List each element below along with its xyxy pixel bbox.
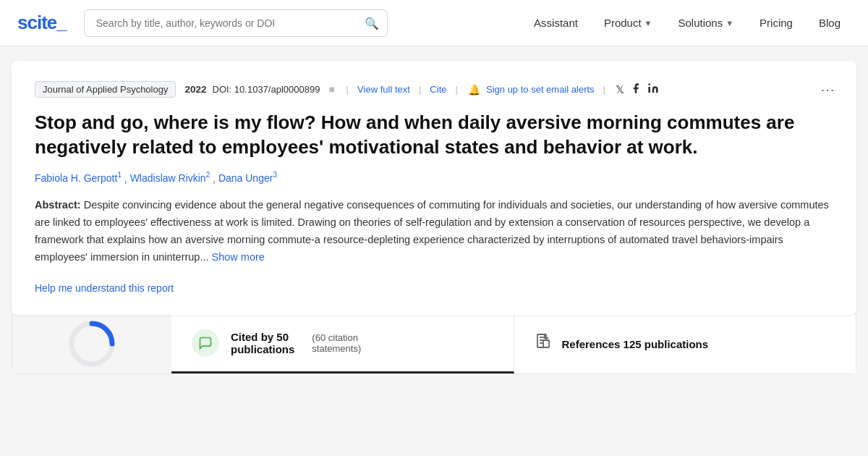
cite-link[interactable]: Cite [430, 84, 446, 95]
citation-count-text: (60 citation statements) [312, 332, 361, 354]
search-icon: 🔍 [365, 16, 379, 30]
article-doi: DOI: 10.1037/apl0000899 [213, 84, 320, 95]
meta-row: Journal of Applied Psychology 2022 DOI: … [35, 81, 833, 98]
more-options-button[interactable]: ⋯ [820, 81, 836, 98]
stats-section: Cited by 50 publications (60 citation st… [12, 315, 856, 374]
bell-icon: 🔔 [468, 84, 480, 96]
loading-spinner [67, 318, 117, 369]
article-year: 2022 [184, 84, 206, 95]
spinner-area [12, 315, 171, 373]
chevron-down-icon: ▼ [726, 19, 733, 28]
social-icons: 𝕏 [616, 83, 659, 96]
document-icon [535, 333, 552, 350]
chevron-down-icon: ▼ [644, 19, 652, 28]
sign-up-alert-link[interactable]: Sign up to set email alerts [486, 84, 595, 95]
abstract-text: Despite convincing evidence about the ge… [35, 199, 829, 263]
cited-by-main: Cited by 50 publications [231, 331, 294, 355]
search-input[interactable] [84, 9, 388, 37]
separator2: | [346, 84, 349, 95]
nav-item-product[interactable]: Product ▼ [594, 11, 663, 35]
cited-by-text: Cited by 50 publications [231, 331, 294, 355]
chat-icon [198, 336, 213, 350]
nav-item-blog[interactable]: Blog [809, 11, 851, 35]
linkedin-icon[interactable] [647, 83, 659, 96]
separator: ■ [328, 84, 334, 95]
authors-row: Fabiola H. Gerpott1 , Wladislaw Rivkin2 … [35, 172, 833, 185]
nav-item-assistant[interactable]: Assistant [524, 11, 588, 35]
author-1[interactable]: Fabiola H. Gerpott1 [35, 172, 124, 184]
author-2[interactable]: Wladislaw Rivkin2 [130, 172, 213, 184]
references-block[interactable]: References 125 publications [514, 315, 856, 373]
facebook-icon[interactable] [630, 83, 642, 96]
journal-badge: Journal of Applied Psychology [35, 81, 176, 98]
cited-by-block[interactable]: Cited by 50 publications (60 citation st… [171, 315, 514, 373]
search-bar: 🔍 [84, 9, 388, 37]
nav-item-solutions[interactable]: Solutions ▼ [668, 11, 744, 35]
page-content: ⋯ Journal of Applied Psychology 2022 DOI… [0, 46, 868, 389]
svg-rect-6 [543, 340, 549, 347]
abstract-label: Abstract: [35, 199, 81, 211]
cited-by-icon [192, 329, 219, 357]
separator4: | [455, 84, 458, 95]
references-text: References 125 publications [562, 338, 709, 350]
navbar: scite_ 🔍 Assistant Product ▼ Solutions ▼… [0, 0, 868, 46]
references-icon [535, 333, 552, 355]
abstract-section: Abstract: Despite convincing evidence ab… [35, 197, 833, 266]
twitter-icon[interactable]: 𝕏 [616, 83, 624, 96]
article-title: Stop and go, where is my flow? How and w… [35, 111, 833, 160]
logo-text: scite_ [17, 12, 67, 33]
nav-links: Assistant Product ▼ Solutions ▼ Pricing … [524, 11, 851, 35]
show-more-link[interactable]: Show more [212, 251, 265, 263]
article-card: ⋯ Journal of Applied Psychology 2022 DOI… [12, 61, 856, 315]
logo[interactable]: scite_ [17, 12, 67, 34]
separator5: | [603, 84, 606, 95]
help-link[interactable]: Help me understand this report [35, 282, 174, 294]
nav-item-pricing[interactable]: Pricing [749, 11, 803, 35]
view-full-text-link[interactable]: View full text [357, 84, 410, 95]
svg-point-0 [648, 83, 650, 85]
author-3[interactable]: Dana Unger3 [218, 172, 277, 184]
separator3: | [419, 84, 422, 95]
